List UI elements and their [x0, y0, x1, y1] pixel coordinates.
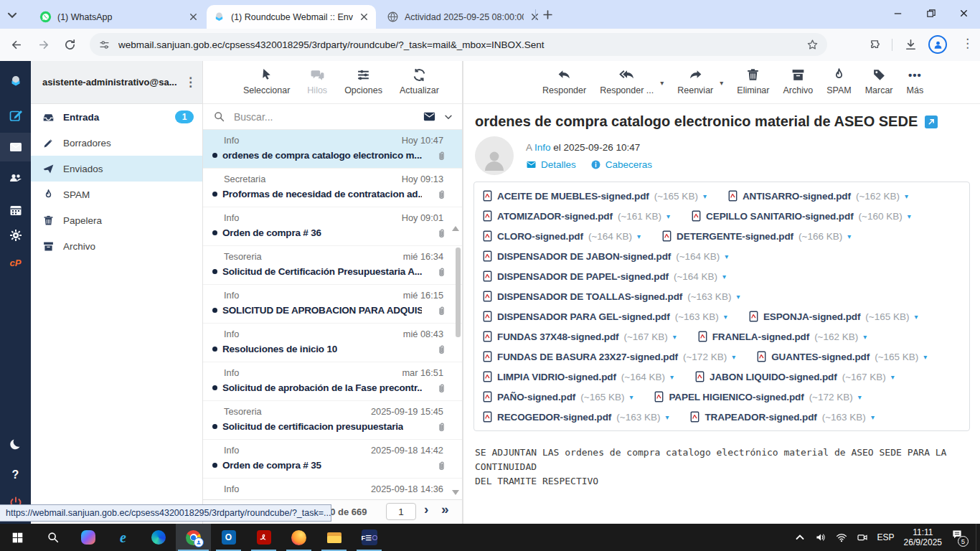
window-close-button[interactable]	[947, 0, 980, 26]
message-row[interactable]: Info mié 08:43 Resoluciones de inicio 10	[203, 324, 462, 362]
wifi-icon[interactable]	[836, 532, 847, 543]
list-scrollbar-thumb[interactable]	[456, 248, 461, 337]
attachment-caret-down-icon[interactable]: ▾	[670, 373, 674, 381]
headers-toggle[interactable]: Cabeceras	[590, 159, 652, 170]
attachment-chip[interactable]: ACEITE DE MUEBLES-signed.pdf (~165 KB) ▾	[483, 190, 707, 202]
attachment-name[interactable]: FUNDAS 37X48-signed.pdf	[497, 331, 618, 342]
page-input[interactable]	[386, 503, 416, 520]
message-row[interactable]: Info mié 16:15 SOLICITUD DE APROBACION P…	[203, 285, 462, 324]
message-row[interactable]: Tesoreria mié 16:34 Solicitud de Certifi…	[203, 246, 462, 285]
attachment-caret-down-icon[interactable]: ▾	[736, 293, 740, 301]
attachment-chip[interactable]: DISPENSADOR DE TOALLAS-signed.pdf (~163 …	[483, 291, 740, 302]
window-minimize-button[interactable]	[881, 0, 914, 26]
bookmark-star-icon[interactable]	[806, 39, 819, 51]
attachment-name[interactable]: DETERGENTE-signed.pdf	[677, 231, 793, 242]
attachment-caret-down-icon[interactable]: ▾	[666, 212, 670, 220]
attachment-chip[interactable]: ANTISARRO-signed.pdf (~162 KB) ▾	[728, 190, 908, 202]
next-page-icon[interactable]: ›	[424, 501, 428, 517]
edge-icon[interactable]	[141, 524, 176, 551]
attachment-caret-down-icon[interactable]: ▾	[891, 373, 895, 381]
attachment-name[interactable]: FRANELA-signed.pdf	[712, 331, 809, 342]
mail-icon[interactable]	[0, 133, 31, 161]
attachment-caret-down-icon[interactable]: ▾	[915, 313, 918, 321]
details-toggle[interactable]: Detalles	[526, 159, 576, 170]
tab-roundcube[interactable]: (1) Roundcube Webmail :: Envia	[207, 5, 376, 29]
taskbar-search-button[interactable]	[35, 524, 70, 551]
attachment-chip[interactable]: FUNDAS 37X48-signed.pdf (~167 KB) ▾	[483, 331, 677, 342]
attachment-caret-down-icon[interactable]: ▾	[722, 273, 726, 281]
folder-item-entrada[interactable]: Entrada 1	[31, 104, 202, 130]
attachment-chip[interactable]: LIMPIA VIDRIO-signed.pdf (~164 KB) ▾	[483, 371, 674, 382]
attachment-name[interactable]: FUNDAS DE BASURA 23X27-signed.pdf	[497, 352, 678, 362]
settings-gear-icon[interactable]	[0, 221, 31, 250]
dark-mode-moon-icon[interactable]	[0, 430, 31, 459]
roundcube-logo[interactable]	[0, 67, 31, 95]
attachment-name[interactable]: PAPEL HIGIENICO-signed.pdf	[669, 392, 804, 402]
folder-item-enviados[interactable]: Enviados	[31, 156, 202, 182]
recipient-link[interactable]: Info	[534, 142, 551, 153]
attachment-chip[interactable]: ATOMIZADOR-signed.pdf (~161 KB) ▾	[483, 210, 670, 222]
volume-icon[interactable]	[815, 532, 826, 543]
search-scope-envelope-icon[interactable]	[423, 110, 436, 123]
extensions-puzzle-icon[interactable]	[870, 39, 883, 52]
compose-icon[interactable]	[0, 101, 31, 130]
scroll-up-arrow[interactable]	[452, 226, 459, 231]
attachment-caret-down-icon[interactable]: ▾	[673, 333, 677, 341]
profile-avatar[interactable]	[928, 35, 947, 54]
attachment-chip[interactable]: JABON LIQUIDO-signed.pdf (~167 KB) ▾	[695, 371, 895, 382]
attachment-chip[interactable]: FRANELA-signed.pdf (~162 KB) ▾	[698, 331, 867, 342]
forward-caret-icon[interactable]: ▾	[720, 79, 723, 87]
back-icon[interactable]	[9, 38, 23, 52]
browser-menu-icon[interactable]: ⋮	[961, 37, 975, 51]
site-settings-icon[interactable]	[98, 39, 110, 51]
attachment-caret-down-icon[interactable]: ▾	[637, 232, 641, 240]
attachment-caret-down-icon[interactable]: ▾	[665, 413, 669, 421]
attachment-name[interactable]: DISPENSADOR DE PAPEL-signed.pdf	[497, 271, 669, 282]
folder-item-borradores[interactable]: Borradores	[31, 130, 202, 156]
search-icon[interactable]	[213, 110, 225, 123]
attachment-chip[interactable]: TRAPEADOR-signed.pdf (~163 KB) ▾	[690, 411, 874, 423]
folder-item-spam[interactable]: SPAM	[31, 182, 202, 207]
tab-search-chevron-icon[interactable]	[6, 9, 19, 22]
attachment-chip[interactable]: PAPEL HIGIENICO-signed.pdf (~172 KB) ▾	[654, 391, 861, 402]
message-row[interactable]: Info mar 16:51 Solicitud de aprobación d…	[203, 362, 462, 401]
attachment-caret-down-icon[interactable]: ▾	[871, 413, 875, 421]
threads-button[interactable]: Hilos	[307, 67, 327, 95]
attachment-caret-down-icon[interactable]: ▾	[703, 192, 707, 200]
mark-button[interactable]: Marcar	[865, 67, 893, 95]
last-page-icon[interactable]: »	[441, 501, 448, 517]
taskbar-clock[interactable]: 11:11 26/9/2025	[904, 527, 942, 547]
attachment-name[interactable]: CEPILLO SANITARIO-signed.pdf	[706, 211, 853, 222]
attachment-chip[interactable]: DISPENSADOR PARA GEL-signed.pdf (~163 KB…	[483, 311, 727, 322]
attachment-name[interactable]: RECOGEDOR-signed.pdf	[497, 412, 611, 423]
attachment-name[interactable]: PAÑO-signed.pdf	[497, 392, 575, 402]
message-row[interactable]: Info 2025-09-18 14:42 Orden de compra # …	[203, 440, 462, 479]
tab-close-icon[interactable]	[188, 11, 199, 22]
attachment-name[interactable]: TRAPEADOR-signed.pdf	[705, 412, 816, 423]
attachment-name[interactable]: DISPENSADOR DE JABON-signed.pdf	[497, 251, 671, 262]
internet-explorer-icon[interactable]: e	[105, 524, 141, 551]
attachment-chip[interactable]: GUANTES-signed.pdf (~165 KB) ▾	[757, 351, 927, 362]
attachment-name[interactable]: ACEITE DE MUEBLES-signed.pdf	[497, 191, 649, 202]
refresh-button[interactable]: Actualizar	[400, 67, 439, 95]
outlook-icon[interactable]: O	[211, 524, 246, 551]
message-row[interactable]: Info 2025-09-18 14:36	[203, 479, 462, 500]
start-button[interactable]	[0, 524, 35, 551]
tab-close-icon[interactable]	[359, 11, 369, 22]
reply-all-caret-icon[interactable]: ▾	[660, 79, 664, 87]
open-in-new-icon[interactable]	[925, 116, 938, 128]
attachment-caret-down-icon[interactable]: ▾	[847, 232, 851, 240]
attachment-caret-down-icon[interactable]: ▾	[908, 212, 911, 220]
folder-item-papelera[interactable]: Papelera	[31, 207, 202, 233]
attachment-name[interactable]: ESPONJA-signed.pdf	[763, 311, 860, 322]
attachment-chip[interactable]: FUNDAS DE BASURA 23X27-signed.pdf (~172 …	[483, 351, 735, 362]
message-row[interactable]: Info Hoy 09:01 Orden de compra # 36	[203, 207, 462, 246]
window-restore-button[interactable]	[914, 0, 947, 26]
attachment-caret-down-icon[interactable]: ▾	[863, 333, 867, 341]
language-indicator[interactable]: ESP	[877, 532, 895, 542]
account-header[interactable]: asistente-administrativo@sa... ⋮	[31, 61, 202, 104]
reload-icon[interactable]	[63, 38, 77, 52]
account-menu-icon[interactable]: ⋮	[184, 76, 197, 88]
attachment-chip[interactable]: ESPONJA-signed.pdf (~165 KB) ▾	[749, 311, 918, 322]
attachment-caret-down-icon[interactable]: ▾	[858, 393, 862, 401]
